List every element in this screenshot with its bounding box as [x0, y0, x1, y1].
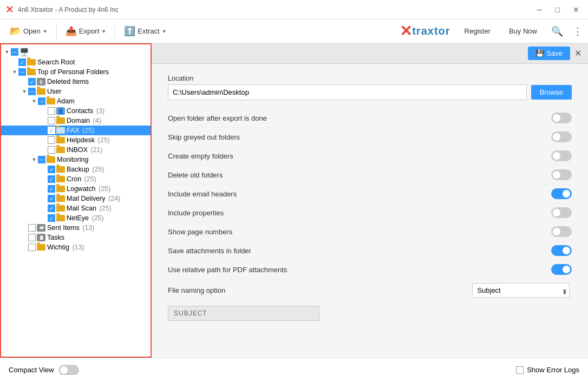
open-button[interactable]: 📂 Open ▼: [5, 23, 52, 40]
cron-checkbox[interactable]: ✓: [48, 175, 55, 183]
minimize-button[interactable]: ─: [534, 4, 546, 15]
option-toggle-7[interactable]: [551, 245, 572, 256]
tree-item-search-root[interactable]: ✓ Search Root: [1, 57, 151, 67]
option-toggle-8[interactable]: [551, 264, 572, 275]
monitoring-folder-icon: [47, 156, 55, 163]
extract-label: Extract: [138, 27, 159, 35]
mail-scan-checkbox[interactable]: ✓: [48, 205, 55, 212]
option-row-2: Create empty folders: [168, 147, 572, 166]
close-window-button[interactable]: ✕: [570, 4, 583, 15]
export-icon: 📤: [66, 25, 77, 37]
neteye-checkbox[interactable]: ✓: [48, 214, 55, 222]
more-options-button[interactable]: ⋮: [573, 25, 583, 37]
location-input[interactable]: [168, 84, 527, 100]
tree-item-helpdesk[interactable]: Helpdesk (25): [1, 135, 151, 145]
option-toggle-0[interactable]: [551, 113, 572, 123]
show-errors-row: Show Error Logs: [516, 366, 579, 374]
user-checkbox[interactable]: ─: [28, 88, 36, 95]
browse-button[interactable]: Browse: [531, 85, 572, 100]
tasks-checkbox[interactable]: [28, 234, 36, 241]
contacts-icon: 👤: [56, 107, 65, 115]
option-label-1: Skip greyed out folders: [168, 133, 240, 141]
tree-item-monitoring[interactable]: ▼ ─ Monitoring: [1, 155, 151, 165]
mail-scan-folder-icon: [56, 205, 65, 212]
top-personal-label: Top of Personal Folders: [37, 68, 151, 76]
tree-item-fax[interactable]: ✓ FAX (25): [1, 126, 151, 135]
export-label: Export: [79, 27, 100, 35]
user-toggle[interactable]: ▼: [21, 89, 28, 94]
tree-item-top-personal[interactable]: ▼ ─ Top of Personal Folders: [1, 67, 151, 77]
adam-toggle[interactable]: ▼: [30, 98, 38, 104]
extract-icon: ⬆️: [124, 25, 135, 37]
folder-tree: ▼ ─ 🖥️ ✓ Search Root ▼ ─ Top of Personal…: [1, 44, 151, 254]
close-panel-button[interactable]: ✕: [574, 48, 582, 58]
maximize-button[interactable]: □: [552, 4, 563, 15]
tree-item-sent-items[interactable]: 📨 Sent Items (13): [1, 223, 151, 233]
mail-delivery-checkbox[interactable]: ✓: [48, 195, 55, 202]
inbox-checkbox[interactable]: [48, 146, 55, 154]
option-toggle-4[interactable]: [551, 188, 572, 199]
monitoring-checkbox[interactable]: ─: [38, 156, 45, 163]
option-row-0: Open folder after export is done: [168, 109, 572, 128]
location-label: Location: [168, 75, 572, 82]
mail-delivery-label: Mail Delivery (24): [67, 195, 151, 202]
fax-folder-icon: [56, 127, 65, 134]
deleted-items-checkbox[interactable]: ✓: [28, 78, 36, 85]
tree-item-mail-scan[interactable]: ✓ Mail Scan (25): [1, 203, 151, 213]
contacts-checkbox[interactable]: [48, 107, 55, 115]
monitoring-toggle[interactable]: ▼: [30, 157, 38, 162]
inbox-label: INBOX (21): [67, 146, 151, 154]
root-checkbox[interactable]: ─: [11, 48, 18, 56]
tree-item-user[interactable]: ▼ ─ User: [1, 87, 151, 96]
fax-checkbox[interactable]: ✓: [48, 127, 55, 134]
sent-items-checkbox[interactable]: [28, 224, 36, 232]
tree-item-wichtig[interactable]: Wichtig (13): [1, 242, 151, 252]
show-errors-checkbox[interactable]: [516, 366, 524, 374]
option-toggle-5[interactable]: [551, 207, 572, 218]
logwatch-label: Logwatch (25): [67, 185, 151, 193]
tree-item-mail-delivery[interactable]: ✓ Mail Delivery (24): [1, 194, 151, 203]
option-toggle-1[interactable]: [551, 131, 572, 142]
title-bar: ✕ 4n6 Xtraxtor - A Product by 4n6 Inc ─ …: [0, 0, 588, 19]
tree-root[interactable]: ▼ ─ 🖥️: [1, 47, 151, 57]
export-button[interactable]: 📤 Export ▼: [61, 23, 111, 40]
tree-item-domain[interactable]: Domain (4): [1, 116, 151, 126]
search-root-checkbox[interactable]: ✓: [18, 58, 26, 66]
tree-item-cron[interactable]: ✓ Cron (25): [1, 174, 151, 184]
option-toggle-6[interactable]: [551, 226, 572, 237]
helpdesk-checkbox[interactable]: [48, 136, 55, 144]
option-label-3: Delete old folders: [168, 171, 223, 179]
compact-view-row: Compact View: [9, 365, 79, 376]
logwatch-checkbox[interactable]: ✓: [48, 185, 55, 193]
tree-item-tasks[interactable]: 📋 Tasks: [1, 233, 151, 242]
top-personal-checkbox[interactable]: ─: [18, 68, 26, 76]
tree-item-adam[interactable]: ▼ ─ Adam: [1, 96, 151, 106]
tree-item-neteye[interactable]: ✓ NetEye (25): [1, 213, 151, 223]
register-button[interactable]: Register: [460, 25, 495, 37]
adam-checkbox[interactable]: ─: [38, 97, 45, 105]
search-icon-button[interactable]: 🔍: [551, 25, 563, 37]
domain-checkbox[interactable]: [48, 117, 55, 124]
tree-item-logwatch[interactable]: ✓ Logwatch (25): [1, 184, 151, 194]
option-row-5: Include properties: [168, 203, 572, 222]
buynow-button[interactable]: Buy Now: [505, 25, 541, 37]
show-errors-label: Show Error Logs: [527, 366, 579, 374]
root-toggle[interactable]: ▼: [3, 49, 11, 55]
wichtig-checkbox[interactable]: [28, 244, 36, 251]
option-toggle-2[interactable]: [551, 150, 572, 161]
save-button[interactable]: 💾 Save: [528, 47, 570, 60]
open-icon: 📂: [10, 25, 21, 37]
option-toggle-3[interactable]: [551, 169, 572, 180]
tree-item-backup[interactable]: ✓ Backup (25): [1, 165, 151, 174]
tree-item-inbox[interactable]: INBOX (21): [1, 145, 151, 155]
option-label-5: Include properties: [168, 209, 224, 217]
sent-items-label: Sent Items (13): [47, 224, 151, 232]
extract-button[interactable]: ⬆️ Extract ▼: [120, 23, 171, 40]
backup-checkbox[interactable]: ✓: [48, 166, 55, 173]
tree-item-deleted-items[interactable]: ✓ 🗑 Deleted Items: [1, 77, 151, 87]
compact-view-toggle[interactable]: [58, 365, 79, 376]
option-row-8: Use relative path for PDF attachments: [168, 260, 572, 279]
top-personal-toggle[interactable]: ▼: [11, 69, 18, 75]
tree-item-contacts[interactable]: 👤 Contacts (3): [1, 106, 151, 116]
file-naming-select[interactable]: Subject Date From To: [472, 283, 570, 298]
